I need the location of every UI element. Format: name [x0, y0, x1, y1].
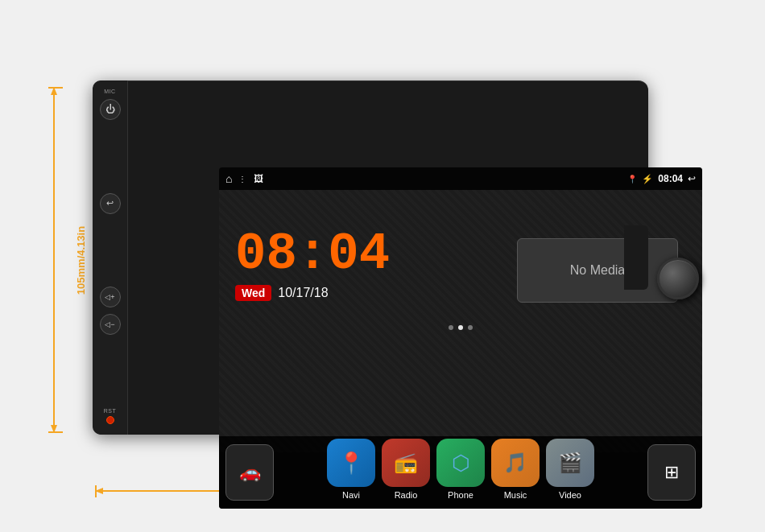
no-media-box: No Media — [517, 238, 678, 303]
status-bar: ⌂ ⋮ 🖼 📍 ⚡ 08:04 ↩ — [219, 167, 702, 190]
clock-display: 08:04 Wed 10/17/18 — [235, 229, 390, 301]
video-label: Video — [559, 490, 581, 500]
bluetooth-icon: ⚡ — [642, 174, 653, 184]
status-time: 08:04 — [658, 173, 683, 184]
app-icons-row: 📍 Navi 📻 Radio ⬡ Phone — [277, 439, 644, 506]
all-apps-button[interactable]: ⊞ — [647, 444, 696, 501]
rotary-knob[interactable] — [657, 258, 699, 299]
screen: ⌂ ⋮ 🖼 📍 ⚡ 08:04 ↩ 08:04 Wed 10/17/18 — [219, 167, 702, 509]
video-icon-box[interactable]: 🎬 — [546, 439, 594, 487]
radio-label: Radio — [395, 490, 418, 500]
app-bar: 🚗 📍 Navi 📻 Radio — [219, 436, 702, 509]
head-unit-casing: MIC ⏻ ↩ ◁+ ◁− RST ⌂ ⋮ 🖼 📍 ⚡ 08:04 ↩ — [93, 80, 648, 435]
phone-app-item[interactable]: ⬡ Phone — [436, 439, 485, 500]
status-bar-left: ⌂ ⋮ 🖼 — [225, 172, 263, 185]
radio-icon-box[interactable]: 📻 — [382, 439, 430, 487]
back-button[interactable]: ↩ — [100, 193, 121, 214]
music-icon-box[interactable]: 🎵 — [491, 439, 540, 487]
rst-button[interactable] — [106, 416, 114, 424]
volume-up-button[interactable]: ◁+ — [100, 287, 121, 307]
screenshot-icon[interactable]: 🖼 — [254, 173, 263, 184]
svg-rect-10 — [26, 233, 47, 290]
phone-label: Phone — [448, 490, 473, 500]
navi-icon-box[interactable]: 📍 — [327, 439, 375, 487]
navi-app-item[interactable]: 📍 Navi — [327, 439, 375, 500]
date-text: 10/17/18 — [278, 286, 328, 300]
svg-marker-6 — [95, 488, 103, 494]
mic-label: MIC — [104, 89, 115, 94]
power-button[interactable]: ⏻ — [100, 99, 121, 120]
phone-icon-box[interactable]: ⬡ — [436, 439, 485, 487]
dot-2 — [458, 325, 463, 330]
navi-label: Navi — [342, 490, 360, 500]
menu-dots[interactable]: ⋮ — [238, 175, 247, 184]
volume-down-button[interactable]: ◁− — [100, 314, 121, 335]
status-bar-right: 📍 ⚡ 08:04 ↩ — [627, 173, 696, 184]
clock-time: 08:04 — [235, 229, 390, 280]
home-button[interactable]: ⌂ — [225, 172, 232, 185]
video-app-item[interactable]: 🎬 Video — [546, 439, 594, 500]
right-panel — [624, 225, 648, 290]
music-app-item[interactable]: 🎵 Music — [491, 439, 540, 500]
car-mode-button[interactable]: 🚗 — [225, 444, 274, 501]
dot-3 — [468, 325, 473, 330]
page-dots — [449, 325, 473, 330]
left-controls-strip: MIC ⏻ ↩ ◁+ ◁− RST — [93, 80, 128, 435]
rst-label: RST — [104, 408, 117, 414]
dot-1 — [449, 325, 453, 330]
back-icon[interactable]: ↩ — [688, 173, 696, 184]
clock-date: Wed 10/17/18 — [235, 285, 390, 301]
day-badge: Wed — [235, 285, 271, 301]
radio-app-item[interactable]: 📻 Radio — [382, 439, 430, 500]
location-icon: 📍 — [627, 175, 637, 184]
music-label: Music — [504, 490, 527, 500]
